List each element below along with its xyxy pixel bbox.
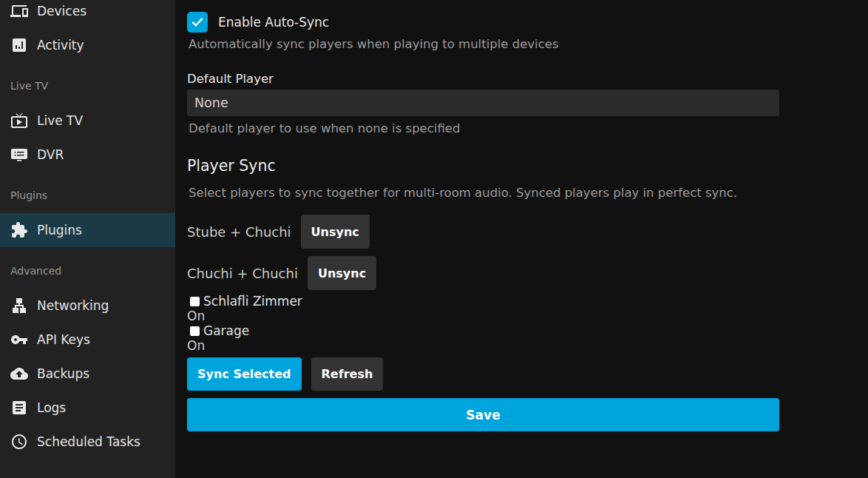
sidebar-section-header-live-tv: Live TV bbox=[0, 78, 175, 93]
unsync-button[interactable]: Unsync bbox=[308, 256, 376, 290]
sidebar-item-backups[interactable]: Backups bbox=[0, 357, 175, 391]
sync-group-row: Chuchi + Chuchi Unsync bbox=[187, 256, 779, 290]
player-checkbox-row[interactable]: Garage bbox=[187, 323, 779, 338]
sidebar-section-header-advanced: Advanced bbox=[0, 263, 175, 278]
sidebar-item-activity[interactable]: Activity bbox=[0, 28, 175, 62]
auto-sync-checkbox[interactable] bbox=[187, 12, 208, 33]
sidebar-item-api-keys[interactable]: API Keys bbox=[0, 323, 175, 357]
sync-actions: Sync Selected Refresh bbox=[187, 357, 779, 391]
auto-sync-checkbox-row[interactable]: Enable Auto-Sync bbox=[187, 12, 779, 33]
sidebar-item-label: Scheduled Tasks bbox=[37, 434, 140, 449]
default-player-label: Default Player bbox=[187, 72, 779, 87]
sidebar: Devices Activity Live TV Live TV DVR Plu… bbox=[0, 0, 175, 478]
key-icon bbox=[10, 331, 28, 349]
sync-selected-button[interactable]: Sync Selected bbox=[187, 357, 302, 391]
sidebar-item-label: DVR bbox=[37, 147, 64, 162]
auto-sync-label: Enable Auto-Sync bbox=[218, 15, 329, 30]
player-list: Schlafli Zimmer On Garage On bbox=[187, 294, 779, 353]
sidebar-item-scheduled-tasks[interactable]: Scheduled Tasks bbox=[0, 425, 175, 459]
plugin-settings-page: Devices Activity Live TV Live TV DVR Plu… bbox=[0, 0, 868, 478]
devices-icon bbox=[10, 2, 28, 20]
clock-icon bbox=[10, 433, 28, 451]
player-sync-description: Select players to sync together for mult… bbox=[187, 186, 779, 201]
player-sync-title: Player Sync bbox=[187, 155, 779, 176]
sidebar-item-label: API Keys bbox=[37, 332, 90, 347]
sidebar-item-devices[interactable]: Devices bbox=[0, 0, 175, 28]
sync-group-row: Stube + Chuchi Unsync bbox=[187, 215, 779, 249]
cloud-backup-icon bbox=[10, 365, 28, 383]
save-button[interactable]: Save bbox=[187, 398, 779, 431]
default-player-value: None bbox=[194, 95, 228, 110]
default-player-select[interactable]: None bbox=[187, 90, 779, 116]
default-player-description: Default player to use when none is speci… bbox=[187, 121, 779, 136]
settings-content: Enable Auto-Sync Automatically sync play… bbox=[175, 0, 868, 478]
sidebar-item-label: Logs bbox=[37, 400, 66, 415]
sidebar-item-logs[interactable]: Logs bbox=[0, 391, 175, 425]
sidebar-item-label: Backups bbox=[37, 366, 89, 381]
player-checkbox-row[interactable]: Schlafli Zimmer bbox=[187, 294, 779, 309]
sidebar-item-dvr[interactable]: DVR bbox=[0, 138, 175, 172]
player-status: On bbox=[187, 338, 779, 353]
dvr-icon bbox=[10, 146, 28, 164]
plugins-icon bbox=[10, 221, 28, 239]
unsync-button[interactable]: Unsync bbox=[301, 215, 370, 249]
player-checkbox[interactable] bbox=[190, 297, 200, 306]
sidebar-item-label: Activity bbox=[37, 38, 84, 53]
player-name: Schlafli Zimmer bbox=[203, 294, 302, 309]
sidebar-item-label: Networking bbox=[37, 298, 109, 313]
sidebar-section-header-plugins: Plugins bbox=[0, 188, 175, 203]
activity-icon bbox=[10, 36, 28, 54]
player-checkbox[interactable] bbox=[190, 326, 200, 336]
sync-group-name: Stube + Chuchi bbox=[187, 224, 291, 240]
sync-group-name: Chuchi + Chuchi bbox=[187, 266, 298, 281]
networking-icon bbox=[10, 297, 28, 314]
refresh-button[interactable]: Refresh bbox=[311, 357, 384, 391]
sidebar-item-live-tv[interactable]: Live TV bbox=[0, 104, 175, 138]
sidebar-scroll: Devices Activity Live TV Live TV DVR Plu… bbox=[0, 0, 175, 459]
sidebar-item-label: Plugins bbox=[37, 223, 82, 238]
player-status: On bbox=[187, 309, 779, 323]
sidebar-item-networking[interactable]: Networking bbox=[0, 289, 175, 323]
sidebar-item-label: Devices bbox=[37, 4, 87, 18]
sidebar-item-plugins[interactable]: Plugins bbox=[0, 213, 175, 247]
logs-icon bbox=[10, 399, 28, 417]
auto-sync-description: Automatically sync players when playing … bbox=[187, 37, 779, 52]
player-name: Garage bbox=[203, 323, 249, 338]
sidebar-item-label: Live TV bbox=[37, 113, 83, 128]
live-tv-icon bbox=[10, 112, 28, 129]
checkmark-icon bbox=[189, 14, 206, 30]
